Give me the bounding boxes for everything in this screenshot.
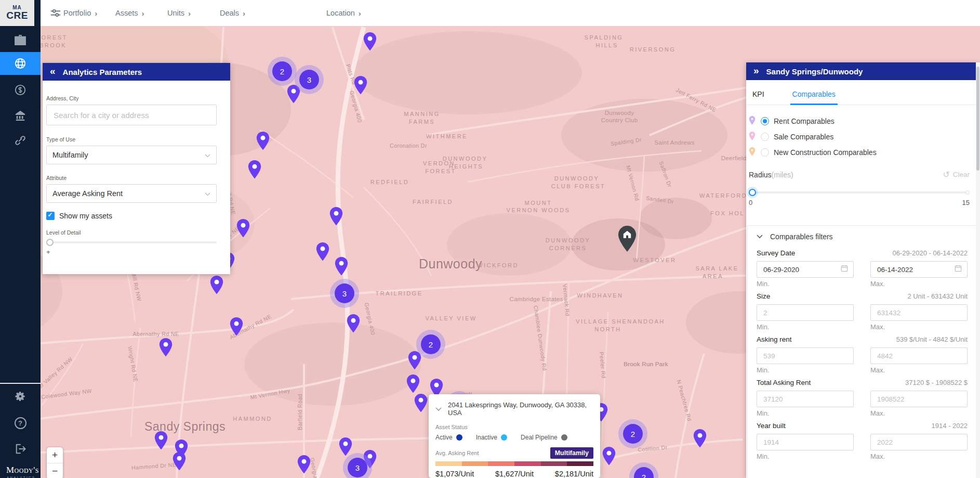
map-pin[interactable]	[297, 455, 311, 474]
cluster-count: 2	[272, 61, 292, 81]
map-pin[interactable]	[236, 219, 250, 238]
home-asset-marker[interactable]	[617, 226, 637, 254]
radio-row-new-construction-comparables[interactable]: New Construction Comparables	[749, 145, 980, 160]
settings-button[interactable]	[0, 385, 41, 408]
map-cluster[interactable]: 3	[343, 453, 372, 478]
nav-item-location[interactable]: Location›	[326, 0, 361, 26]
collapse-right-icon[interactable]: »	[753, 65, 759, 76]
sale-comparables-radio[interactable]	[761, 133, 769, 141]
map-pin[interactable]	[414, 394, 428, 412]
address-search-input[interactable]	[52, 110, 210, 120]
map-cluster[interactable]: 3	[330, 279, 359, 308]
total-asking-rent-min-input[interactable]	[762, 395, 848, 404]
map-pin[interactable]	[159, 338, 173, 357]
map-pin[interactable]	[347, 314, 360, 333]
tab-kpi[interactable]: KPI	[750, 90, 766, 105]
cluster-count: 2	[623, 424, 643, 444]
asking-rent-max-input[interactable]	[876, 352, 962, 360]
asking-rent-min-input[interactable]	[762, 352, 848, 360]
map-zoom-in-button[interactable]: +	[47, 447, 63, 463]
map-pin[interactable]	[693, 429, 707, 448]
radio-row-rent-comparables[interactable]: Rent Comparables	[749, 113, 980, 129]
map-pin[interactable]	[602, 447, 616, 466]
map-pin[interactable]	[248, 160, 261, 179]
nav-item-portfolio[interactable]: Portfolio›	[63, 0, 97, 26]
cluster-count: 3	[335, 283, 354, 303]
collapse-left-icon[interactable]: «	[50, 66, 56, 77]
panel-scrollbar-thumb[interactable]	[976, 67, 979, 171]
size-min-input[interactable]	[762, 308, 848, 317]
popup-collapse-icon[interactable]	[435, 405, 442, 413]
new-construction-comparables-radio[interactable]	[761, 148, 769, 157]
app-logo[interactable]: MA CRE	[0, 0, 34, 26]
help-button[interactable]: ?	[0, 411, 41, 434]
map-pin[interactable]	[230, 317, 243, 336]
map-pin[interactable]	[173, 452, 186, 471]
chevron-right-icon: ›	[188, 9, 191, 18]
map-pin[interactable]	[316, 242, 329, 261]
attribute-select[interactable]: Average Asking Rent	[46, 184, 217, 203]
sidebar-item-location-analytics[interactable]	[0, 52, 41, 75]
gradient-segment	[435, 461, 462, 466]
size-max-field	[870, 304, 968, 321]
map-zoom-out-button[interactable]: −	[47, 463, 63, 478]
map-pin[interactable]	[256, 132, 270, 150]
nav-item-assets[interactable]: Assets›	[115, 0, 144, 26]
sidebar-item-portfolio[interactable]	[0, 29, 41, 51]
sidebar-item-institution[interactable]	[0, 104, 41, 127]
map-cluster[interactable]: 2	[618, 419, 647, 448]
avg-asking-rent-label: Avg. Asking Rent	[435, 450, 479, 456]
sidebar-item-financials[interactable]	[0, 79, 41, 101]
clear-radius-button[interactable]: ↺Clear	[943, 170, 970, 179]
asking-rent-min-field	[757, 347, 854, 364]
moodys-analytics-label: ANALYTICS	[7, 476, 35, 478]
calendar-icon	[955, 265, 962, 274]
year-built-min-input[interactable]	[762, 438, 848, 447]
nav-item-deals[interactable]: Deals›	[220, 0, 245, 26]
type-of-use-select[interactable]: Multifamily	[46, 146, 217, 164]
size-max-input[interactable]	[876, 308, 962, 317]
map-pin[interactable]	[339, 437, 352, 456]
map-pin[interactable]	[210, 276, 223, 294]
tab-comparables[interactable]: Comparables	[790, 90, 838, 105]
total-asking-rent-max-input[interactable]	[876, 395, 962, 404]
chevron-down-icon	[205, 150, 210, 160]
map-pin[interactable]	[363, 32, 377, 51]
map-cluster[interactable]: 3	[295, 65, 324, 94]
comparables-filters-title: Comparables filters	[770, 232, 833, 241]
year-built-max-caption: Max.	[870, 453, 968, 460]
attribute-label: Attribute	[46, 175, 217, 181]
year-built-min-caption: Min.	[757, 453, 854, 460]
slider-track[interactable]	[46, 241, 217, 243]
nav-filter-sliders-icon[interactable]	[50, 7, 61, 21]
cluster-count: 3	[299, 70, 319, 89]
globe-icon	[15, 58, 26, 69]
radius-label: Radius(miles)	[749, 171, 793, 179]
logout-button[interactable]	[0, 437, 41, 460]
radius-slider-handle[interactable]	[749, 189, 756, 196]
map-pin[interactable]	[354, 76, 367, 95]
filter-asking-rent: Asking rent 539 $/Unit - 4842 $/Unit Min…	[757, 335, 968, 374]
cluster-count: 3	[348, 458, 367, 477]
rent-comparables-radio[interactable]	[761, 117, 769, 125]
chevron-right-icon: ›	[243, 9, 245, 18]
survey-date-min-input[interactable]	[762, 265, 841, 274]
radius-slider-track[interactable]	[749, 191, 970, 193]
map-pin[interactable]	[329, 207, 343, 226]
year-built-max-input[interactable]	[876, 438, 962, 447]
map-pin[interactable]	[406, 374, 420, 393]
nav-item-units[interactable]: Units›	[167, 0, 191, 26]
comparables-filters-box: Comparables filters Survey Date 06-29-20…	[747, 225, 977, 478]
map-cluster[interactable]: 2	[416, 330, 445, 359]
radio-row-sale-comparables[interactable]: Sale Comparables	[749, 129, 980, 145]
map-cluster[interactable]: 2	[268, 57, 297, 86]
year-built-max-field	[870, 434, 968, 450]
radius-max-label: 15	[962, 199, 970, 206]
level-of-detail-handle[interactable]	[46, 239, 54, 246]
sidebar-item-links[interactable]	[0, 129, 41, 152]
show-my-assets-checkbox[interactable]	[46, 212, 55, 220]
map-pin[interactable]	[335, 257, 348, 276]
map-pin[interactable]	[154, 431, 168, 450]
comparables-filters-toggle[interactable]: Comparables filters	[757, 232, 968, 241]
survey-date-max-input[interactable]	[876, 265, 955, 274]
